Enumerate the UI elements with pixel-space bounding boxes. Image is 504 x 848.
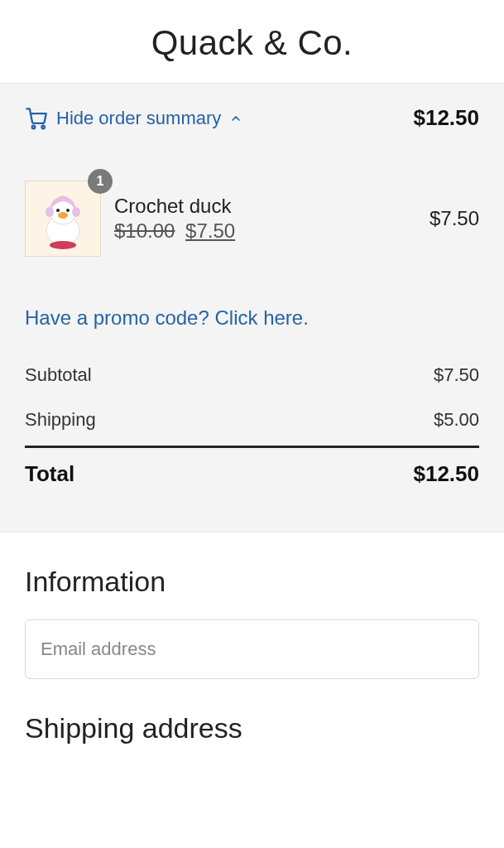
item-line-price: $7.50 (430, 207, 479, 230)
information-section: Information Shipping address (0, 532, 504, 744)
svg-point-3 (50, 241, 76, 249)
subtotal-label: Subtotal (25, 364, 92, 386)
promo-code-link[interactable]: Have a promo code? Click here. (25, 306, 479, 330)
total-value: $12.50 (413, 461, 479, 487)
toggle-order-summary[interactable]: Hide order summary (25, 107, 242, 130)
toggle-label: Hide order summary (56, 108, 221, 129)
svg-point-1 (41, 125, 45, 128)
item-prices: $10.00 $7.50 (114, 219, 416, 243)
subtotal-row: Subtotal $7.50 (25, 353, 479, 398)
summary-total-top: $12.50 (413, 105, 479, 131)
order-summary: Hide order summary $12.50 (0, 83, 504, 532)
totals: Subtotal $7.50 Shipping $5.00 Total $12.… (25, 353, 479, 499)
shipping-value: $5.00 (434, 409, 479, 431)
product-image-icon (34, 187, 92, 250)
total-label: Total (25, 461, 74, 487)
item-qty-badge: 1 (88, 169, 113, 194)
shipping-row: Shipping $5.00 (25, 398, 479, 442)
svg-point-5 (46, 207, 54, 217)
information-heading: Information (25, 566, 479, 598)
item-name: Crochet duck (114, 195, 416, 218)
email-field[interactable] (25, 619, 479, 679)
item-thumbnail-wrap: 1 (25, 181, 101, 257)
total-row: Total $12.50 (25, 448, 479, 499)
shipping-label: Shipping (25, 409, 96, 431)
chevron-up-icon (229, 112, 242, 125)
svg-point-8 (56, 209, 60, 212)
shipping-address-heading: Shipping address (25, 712, 479, 744)
svg-point-9 (66, 209, 70, 212)
item-sale-price: $7.50 (185, 219, 235, 242)
cart-icon (25, 107, 48, 130)
line-item: 1 Crochet duck $10.00 $7.50 $7.50 (25, 181, 479, 257)
svg-point-7 (58, 212, 68, 219)
summary-toggle-row: Hide order summary $12.50 (25, 105, 479, 131)
item-details: Crochet duck $10.00 $7.50 (114, 195, 416, 243)
store-header: Quack & Co. (0, 0, 504, 83)
subtotal-value: $7.50 (434, 364, 479, 386)
store-title: Quack & Co. (0, 23, 504, 63)
item-original-price: $10.00 (114, 219, 175, 242)
svg-point-6 (72, 207, 80, 217)
svg-point-0 (32, 125, 36, 128)
item-thumbnail (25, 181, 101, 257)
